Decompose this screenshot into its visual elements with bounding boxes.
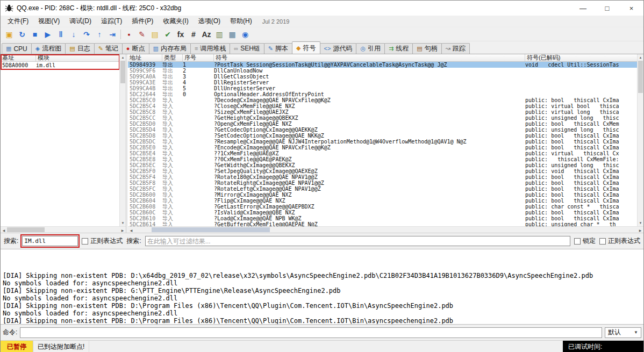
- tab-graph[interactable]: ◈ 流程图: [31, 43, 66, 54]
- menu-file[interactable]: 文件(F): [3, 16, 33, 27]
- symbol-row-3[interactable]: 5D99CA3E 导出 4 DllRegisterServer: [128, 80, 637, 85]
- symbol-row-0[interactable]: 5D984939 导出 1 ?PostTask_Session@SessionT…: [128, 62, 637, 68]
- tab-call-stack[interactable]: ≡ 调用堆栈: [190, 43, 230, 54]
- column-header-symbol[interactable]: 符号: [214, 54, 525, 61]
- tab-seh[interactable]: ∞ SEH链: [230, 43, 264, 54]
- step-out-icon[interactable]: ↑: [93, 28, 106, 40]
- scroll-down-icon[interactable]: ▼: [638, 220, 643, 226]
- column-header-symbol-decoded[interactable]: 符号(已解码): [525, 54, 637, 61]
- symbol-row-12[interactable]: 5DC2B5D8 导入 ?SetCodecOption@CxImage@@QAE…: [128, 133, 637, 139]
- stack-icon[interactable]: ▥: [213, 28, 226, 40]
- step-over-icon[interactable]: ↷: [80, 28, 93, 40]
- menu-view[interactable]: 视图(V): [33, 16, 65, 27]
- symbol-row-10[interactable]: 5DC2B5D0 导入 ?Open@CxMemFile@@QAE_NXZ pub…: [128, 121, 637, 127]
- menu-plugins[interactable]: 插件(P): [127, 16, 158, 27]
- tab-threads[interactable]: ⇉ 线程: [384, 43, 413, 54]
- symbol-row-2[interactable]: 5D99CA0A 导出 3 DllGetClassObject: [128, 74, 637, 80]
- column-header-address[interactable]: 地址: [128, 54, 162, 61]
- menu-trace[interactable]: 追踪(T): [96, 16, 127, 27]
- scroll-down-icon[interactable]: ▼: [120, 220, 126, 226]
- separator-1-icon[interactable]: [119, 28, 123, 40]
- tab-script[interactable]: ✎ 脚本: [264, 43, 292, 54]
- check-icon[interactable]: ✔: [161, 28, 174, 40]
- scrollbar-thumb[interactable]: [120, 61, 125, 83]
- module-row-im.dll[interactable]: 5D8A0000 im.dll: [1, 62, 119, 69]
- maximize-button[interactable]: □: [595, 1, 619, 16]
- ordinals-icon[interactable]: #: [187, 28, 200, 40]
- tab-memory-map[interactable]: ▥ 内存布局: [149, 43, 191, 54]
- regex-checkbox-1[interactable]: [82, 238, 88, 245]
- module-list-vertical-scrollbar[interactable]: ▲ ▼: [119, 54, 126, 226]
- symbol-row-6[interactable]: 5DC2B5C0 导入 ?Decode@CxImage@@QAE_NPAVCxF…: [128, 97, 637, 103]
- module-list-horizontal-scrollbar[interactable]: ◀ ▶: [1, 226, 126, 233]
- symbol-row-22[interactable]: 5DC2B600 导入 ?Mirror@CxImage@@QAE_NXZ pub…: [128, 192, 637, 198]
- symbol-row-21[interactable]: 5DC2B5FC 导入 ?RotateLeft@CxImage@@QAE_NPA…: [128, 186, 637, 192]
- run-to-user-code-icon[interactable]: ⇥: [106, 28, 119, 40]
- symbol-row-13[interactable]: 5DC2B5DC 导入 ?Resample@CxImage@@QAE_NJJW4…: [128, 139, 637, 145]
- symbol-row-24[interactable]: 5DC2B608 导入 ?GetLastError@CxImage@@QAEPB…: [128, 204, 637, 210]
- minimize-button[interactable]: —: [571, 1, 595, 16]
- text-size-icon[interactable]: Az: [200, 28, 213, 40]
- step-into-icon[interactable]: ↓: [67, 28, 80, 40]
- menu-favourites[interactable]: 收藏夹(I): [158, 16, 193, 27]
- symbol-table-horizontal-scrollbar[interactable]: ◀ ▶: [128, 226, 643, 233]
- column-header-ordinal[interactable]: 序号: [183, 54, 214, 61]
- symbol-row-18[interactable]: 5DC2B5F0 导入 ?SetJpegQuality@CxImage@@QAE…: [128, 168, 637, 174]
- symbol-row-20[interactable]: 5DC2B5F8 导入 ?RotateRight@CxImage@@QAE_NP…: [128, 180, 637, 186]
- symbol-row-25[interactable]: 5DC2B60C 导入 ?IsValid@CxImage@@QBE_NXZ pu…: [128, 210, 637, 215]
- menu-options[interactable]: 选项(O): [194, 16, 225, 27]
- symbol-row-8[interactable]: 5DC2B5C8 导入 ?Size@CxMemFile@@UAEJXZ publ…: [128, 109, 637, 115]
- symbol-row-19[interactable]: 5DC2B5F4 导入 ?Rotate180@CxImage@@QAE_NPAV…: [128, 174, 637, 180]
- command-profile-dropdown[interactable]: 默认 ▼: [605, 327, 641, 338]
- symbol-row-27[interactable]: 5DC2B614 导入 ?GetBuffer@CxMemFile@@QAEPAE…: [128, 221, 637, 226]
- symbol-row-23[interactable]: 5DC2B604 导入 ?Flip@CxImage@@QAE_NXZ publi…: [128, 198, 637, 204]
- symbol-row-16[interactable]: 5DC2B5E8 导入 ??0CxMemFile@@QAE@PAEK@Z pub…: [128, 156, 637, 162]
- symbol-row-9[interactable]: 5DC2B5CC 导入 ?GetHeight@CxImage@@QBEKXZ p…: [128, 115, 637, 121]
- symbol-row-7[interactable]: 5DC2B5C4 导入 ?Close@CxMemFile@@UAE_NXZ pu…: [128, 103, 637, 109]
- scrollbar-thumb[interactable]: [7, 227, 45, 232]
- symbol-row-1[interactable]: 5D99C9F6 导出 2 DllCanUnloadNow: [128, 68, 637, 74]
- menu-debug[interactable]: 调试(D): [65, 16, 96, 27]
- symbol-row-17[interactable]: 5DC2B5EC 导入 ?GetWidth@CxImage@@QBEKXZ pu…: [128, 162, 637, 168]
- tab-handles[interactable]: ▤ 句柄: [412, 43, 441, 54]
- close-button[interactable]: ×: [619, 1, 643, 16]
- restart-icon[interactable]: ↻: [16, 28, 28, 40]
- symbol-row-5[interactable]: 5DC22644 导出 0 OptionalHeader.AddressOfEn…: [128, 91, 637, 97]
- lock-checkbox[interactable]: [574, 238, 581, 245]
- comments-icon[interactable]: ▤: [148, 28, 161, 40]
- tab-cpu[interactable]: ▦ CPU: [2, 43, 32, 54]
- run-icon[interactable]: ▶: [41, 28, 54, 40]
- regex-checkbox-2[interactable]: [599, 238, 606, 245]
- symbol-row-26[interactable]: 5DC2B610 导入 ?Load@CxImage@@QAE_NPB_WK@Z …: [128, 215, 637, 221]
- scrollbar-thumb[interactable]: [152, 227, 270, 232]
- symbol-row-14[interactable]: 5DC2B5E0 导入 ?Encode@CxImage@@QAE_NPAVCxF…: [128, 145, 637, 150]
- tab-notes[interactable]: ✎ 笔记: [94, 43, 123, 54]
- breakpoint-icon[interactable]: ▪: [123, 28, 135, 40]
- column-header-type[interactable]: 类型: [162, 54, 183, 61]
- scroll-right-icon[interactable]: ▶: [637, 227, 643, 233]
- module-search-input[interactable]: [22, 236, 78, 246]
- symbol-row-15[interactable]: 5DC2B5E4 导入 ??1CxMemFile@@UAE@XZ public:…: [128, 150, 637, 156]
- scrollbar-thumb[interactable]: [638, 61, 643, 93]
- symbol-row-11[interactable]: 5DC2B5D4 导入 ?GetCodecOption@CxImage@@QAE…: [128, 127, 637, 133]
- tab-references[interactable]: ◎ 引用: [356, 43, 385, 54]
- column-header-base[interactable]: 基址: [1, 54, 36, 61]
- memory-icon[interactable]: ▦: [226, 28, 239, 40]
- pause-icon[interactable]: ‖: [54, 28, 67, 40]
- symbol-filter-input[interactable]: [145, 236, 570, 246]
- tab-log[interactable]: ▤ 日志: [65, 43, 94, 54]
- patches-icon[interactable]: ✎: [135, 28, 148, 40]
- scroll-up-icon[interactable]: ▲: [638, 54, 643, 61]
- tab-source[interactable]: <> 源代码: [320, 43, 357, 54]
- column-header-module[interactable]: 模块: [36, 54, 119, 61]
- scroll-left-icon[interactable]: ◀: [128, 227, 134, 233]
- tab-breakpoints[interactable]: ● 断点: [122, 43, 149, 54]
- open-file-icon[interactable]: ▣: [3, 28, 16, 40]
- tab-trace[interactable]: ↝ 跟踪: [441, 43, 470, 54]
- tab-symbols[interactable]: ◆ 符号: [292, 41, 320, 54]
- stop-icon[interactable]: ■: [28, 28, 41, 40]
- menu-help[interactable]: 帮助(H): [225, 16, 257, 27]
- scroll-up-icon[interactable]: ▲: [120, 54, 126, 61]
- functions-icon[interactable]: fx: [174, 28, 187, 40]
- symbol-row-4[interactable]: 5D99CA4B 导出 5 DllUnregisterServer: [128, 85, 637, 91]
